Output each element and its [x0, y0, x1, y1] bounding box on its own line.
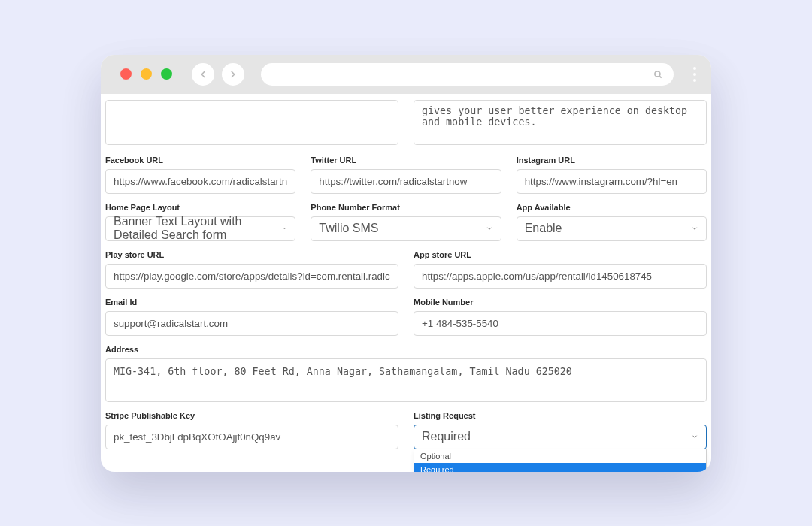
phone-format-label: Phone Number Format	[311, 203, 501, 212]
address-input[interactable]	[105, 358, 707, 402]
app-store-label: App store URL	[414, 250, 707, 259]
listing-option-required[interactable]: Required	[414, 463, 706, 472]
browser-menu-button[interactable]	[693, 67, 696, 82]
chevron-down-icon	[691, 225, 698, 232]
instagram-url-label: Instagram URL	[517, 156, 707, 165]
home-layout-select[interactable]: Banner Text Layout with Detailed Search …	[105, 216, 295, 241]
phone-format-select[interactable]: Twilio SMS	[311, 216, 501, 241]
app-store-input[interactable]	[414, 264, 707, 289]
svg-line-1	[659, 76, 662, 78]
arrow-left-icon	[198, 69, 208, 80]
play-store-input[interactable]	[105, 264, 398, 289]
window-traffic-lights	[120, 68, 172, 80]
browser-chrome	[101, 55, 711, 94]
browser-window: Facebook URL Twitter URL Instagram URL H…	[101, 55, 711, 472]
twitter-url-label: Twitter URL	[311, 156, 501, 165]
listing-option-optional[interactable]: Optional	[414, 449, 706, 463]
stripe-key-input[interactable]	[105, 425, 398, 449]
email-label: Email Id	[105, 298, 398, 307]
listing-request-label: Listing Request	[414, 411, 707, 420]
page-content: Facebook URL Twitter URL Instagram URL H…	[101, 94, 711, 472]
app-available-select[interactable]: Enable	[517, 216, 707, 241]
chevron-down-icon	[282, 225, 287, 232]
nav-forward-button[interactable]	[222, 63, 244, 86]
facebook-url-input[interactable]	[105, 169, 295, 194]
listing-request-select[interactable]: Required	[414, 425, 707, 449]
top-left-textarea[interactable]	[105, 100, 398, 145]
svg-point-0	[655, 71, 660, 76]
address-label: Address	[105, 345, 707, 354]
nav-buttons	[192, 63, 244, 86]
app-available-value: Enable	[525, 222, 562, 235]
mobile-label: Mobile Number	[414, 298, 707, 307]
play-store-label: Play store URL	[105, 250, 398, 259]
window-minimize-dot[interactable]	[141, 68, 152, 80]
instagram-url-input[interactable]	[517, 169, 707, 194]
chevron-down-icon	[486, 225, 493, 232]
arrow-right-icon	[228, 69, 238, 80]
app-available-label: App Available	[517, 203, 707, 212]
nav-back-button[interactable]	[192, 63, 214, 86]
chevron-down-icon	[691, 433, 698, 440]
twitter-url-input[interactable]	[311, 169, 501, 194]
email-input[interactable]	[105, 311, 398, 336]
facebook-url-label: Facebook URL	[105, 156, 295, 165]
window-close-dot[interactable]	[120, 68, 132, 80]
window-maximize-dot[interactable]	[161, 68, 172, 80]
stripe-key-label: Stripe Publishable Key	[105, 411, 398, 420]
top-right-textarea[interactable]	[414, 100, 707, 145]
search-icon	[653, 69, 663, 80]
mobile-input[interactable]	[414, 311, 707, 336]
url-bar[interactable]	[261, 63, 674, 86]
phone-format-value: Twilio SMS	[319, 222, 378, 235]
home-layout-label: Home Page Layout	[105, 203, 295, 212]
listing-request-value: Required	[422, 430, 471, 443]
settings-form: Facebook URL Twitter URL Instagram URL H…	[105, 100, 707, 454]
home-layout-value: Banner Text Layout with Detailed Search …	[114, 215, 282, 242]
listing-request-dropdown[interactable]: Optional Required	[414, 449, 707, 472]
